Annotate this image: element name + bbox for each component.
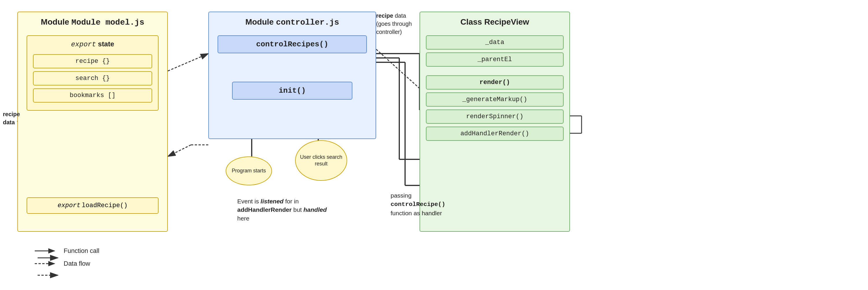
search-item: search {}: [33, 71, 152, 85]
export-state-title: export state: [27, 36, 158, 51]
data-flow-label: Data flow: [64, 260, 90, 267]
recipe-data-left-annotation: recipedata: [3, 110, 20, 126]
program-starts-oval: Program starts: [226, 156, 272, 185]
render-spinner-method: renderSpinner(): [426, 110, 564, 124]
recipe-item: recipe {}: [33, 54, 152, 68]
user-clicks-oval: User clicks search result: [295, 140, 347, 181]
init-box: init(): [232, 82, 352, 100]
legend-function-call: Function call: [35, 247, 99, 255]
add-handler-render-method: addHandlerRender(): [426, 126, 564, 141]
load-recipe-label: loadRecipe(): [82, 202, 128, 209]
recipe-data-top-annotation: recipe data(goes throughcontroller): [376, 11, 412, 36]
bookmarks-item: bookmarks []: [33, 88, 152, 103]
data-field: _data: [426, 35, 564, 50]
render-method: render(): [426, 75, 564, 89]
event-annotation: Event is listened for in addHandlerRende…: [237, 197, 327, 223]
data-flow-arrow-icon: [35, 261, 58, 266]
diagram-container: Module Module model.js export state reci…: [0, 0, 868, 290]
legend: Function call Data flow: [35, 247, 99, 272]
passing-annotation: passing controlRecipe() function as hand…: [391, 191, 445, 217]
parent-el-field: _parentEl: [426, 53, 564, 67]
generate-markup-method: _generateMarkup(): [426, 92, 564, 107]
module-model-title: Module Module model.js: [18, 12, 167, 30]
recipeview-title: Class RecipeView: [420, 12, 569, 30]
function-call-label: Function call: [64, 247, 99, 255]
function-call-arrow-icon: [35, 248, 58, 254]
control-recipes-box: controlRecipes(): [218, 35, 367, 53]
module-model-box: Module Module model.js export state reci…: [18, 11, 168, 232]
legend-data-flow: Data flow: [35, 260, 99, 267]
module-controller-box: Module controller.js controlRecipes() in…: [208, 11, 376, 139]
module-controller-title: Module controller.js: [209, 12, 376, 30]
